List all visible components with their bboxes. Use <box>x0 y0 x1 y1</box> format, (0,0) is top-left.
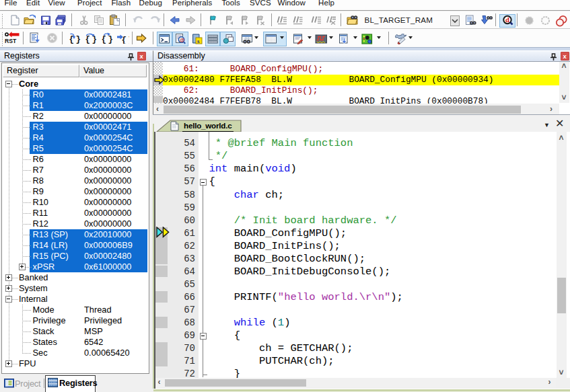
svg-text:d: d <box>505 16 509 24</box>
svg-text:{ }: { } <box>69 35 81 44</box>
svg-text:s: s <box>197 37 200 44</box>
svg-text:{ }: { } <box>121 35 129 44</box>
svg-text:{ }: { } <box>101 35 113 44</box>
svg-text:{ }: { } <box>85 35 97 44</box>
svg-text:RST: RST <box>5 38 17 44</box>
